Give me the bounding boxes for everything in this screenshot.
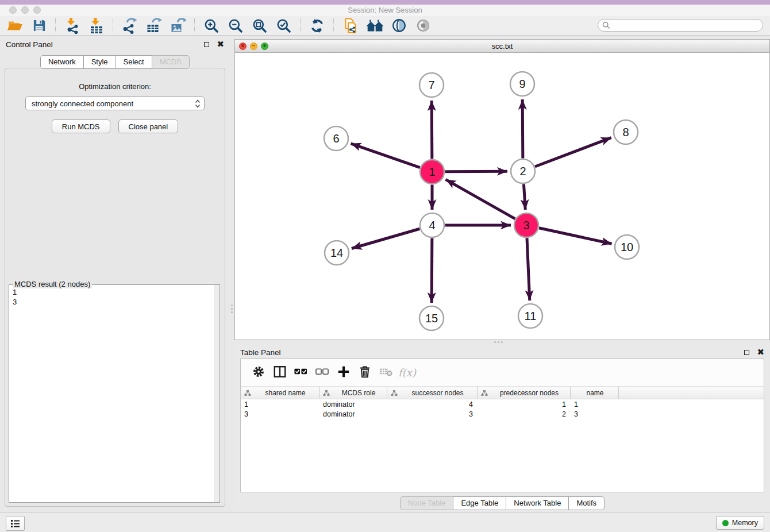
table-tab-edge-table[interactable]: Edge Table — [453, 496, 506, 510]
graph-edge-2-9[interactable] — [522, 99, 523, 159]
result-scrollbar[interactable] — [214, 285, 220, 502]
network-canvas[interactable]: 7968124314101511 — [235, 53, 769, 340]
deselect-all-rows-button[interactable] — [311, 364, 333, 381]
zoom-out-button[interactable] — [225, 17, 246, 34]
table-cell[interactable]: 2 — [478, 410, 571, 418]
graph-edge-3-11[interactable] — [527, 238, 530, 300]
home-button[interactable] — [364, 17, 385, 34]
tab-network[interactable]: Network — [40, 55, 84, 69]
delete-column-button[interactable] — [354, 364, 375, 381]
float-table-panel-icon[interactable] — [744, 350, 749, 355]
graph-node-1[interactable]: 1 — [420, 160, 444, 184]
graph-node-3[interactable]: 3 — [514, 213, 538, 237]
tab-style[interactable]: Style — [83, 55, 116, 69]
task-history-button[interactable] — [6, 516, 25, 531]
mcds-result-content[interactable]: 13 — [9, 286, 214, 502]
graph-node-6[interactable]: 6 — [324, 126, 348, 151]
table-cell[interactable]: dominator — [319, 400, 387, 408]
toggle-columns-button[interactable] — [269, 364, 290, 381]
table-tab-network-table[interactable]: Network Table — [506, 496, 569, 510]
control-panel: Control Panel ✖ NetworkStyleSelectMCDS O… — [0, 36, 230, 512]
vizmapper-button[interactable] — [388, 17, 409, 34]
graph-node-4[interactable]: 4 — [420, 213, 444, 237]
table-cell[interactable]: dominator — [319, 410, 387, 418]
table-cell[interactable]: 1 — [571, 400, 619, 408]
table-cell[interactable]: 4 — [387, 400, 478, 408]
svg-text:3: 3 — [523, 219, 529, 232]
open-session-button[interactable] — [5, 17, 25, 34]
column-header-predecessor-nodes[interactable]: predecessor nodes — [478, 387, 571, 399]
memory-button[interactable]: Memory — [716, 516, 764, 530]
graph-node-8[interactable]: 8 — [614, 120, 638, 144]
table-tab-node-table[interactable]: Node Table — [400, 496, 454, 510]
save-session-button[interactable] — [29, 17, 49, 34]
table-cell[interactable]: 1 — [241, 400, 319, 408]
float-panel-icon[interactable] — [204, 42, 209, 47]
run-mcds-button[interactable]: Run MCDS — [52, 119, 110, 133]
table-cell[interactable]: 1 — [478, 400, 571, 408]
graph-edge-3-10[interactable] — [539, 228, 612, 244]
column-header-name[interactable]: name — [571, 387, 619, 399]
clone-network-button[interactable] — [340, 17, 361, 34]
search-input[interactable] — [610, 20, 763, 30]
table-cell[interactable]: 3 — [571, 410, 619, 418]
graph-edge-3-1[interactable] — [445, 179, 515, 219]
column-header-shared-name[interactable]: shared name — [241, 387, 319, 399]
add-column-button[interactable] — [333, 364, 354, 381]
column-header-successor-nodes[interactable]: successor nodes — [387, 387, 478, 399]
close-table-panel-icon[interactable]: ✖ — [757, 349, 764, 355]
graph-node-7[interactable]: 7 — [419, 73, 444, 97]
table-cell[interactable]: 3 — [241, 410, 319, 418]
zoom-fit-button[interactable] — [249, 17, 270, 34]
vertical-splitter[interactable] — [230, 36, 234, 512]
graph-edge-2-8[interactable] — [535, 138, 611, 167]
graph-node-10[interactable]: 10 — [615, 235, 639, 259]
table-row[interactable]: 1dominator411 — [241, 399, 764, 409]
table-row[interactable]: 3dominator323 — [241, 409, 764, 419]
tab-mcds[interactable]: MCDS — [152, 55, 190, 69]
zoom-selected-button[interactable] — [274, 17, 294, 34]
graph-node-11[interactable]: 11 — [518, 304, 542, 328]
graph-node-14[interactable]: 14 — [325, 241, 349, 265]
graph-edge-4-14[interactable] — [352, 229, 419, 248]
dropdown-stepper-icon — [195, 99, 201, 108]
export-network-button[interactable] — [120, 17, 140, 34]
graph-edge-1-7[interactable] — [432, 101, 432, 159]
svg-text:9: 9 — [519, 78, 525, 90]
graph-node-2[interactable]: 2 — [511, 159, 535, 183]
column-header-mcds-role[interactable]: MCDS role — [319, 387, 387, 399]
graph-node-15[interactable]: 15 — [419, 306, 444, 330]
graph-edge-2-3[interactable] — [523, 184, 525, 210]
import-network-button[interactable] — [62, 17, 83, 34]
close-panel-icon[interactable]: ✖ — [217, 41, 224, 47]
home-icon — [366, 19, 384, 33]
graph-node-9[interactable]: 9 — [510, 72, 534, 96]
network-window-titlebar[interactable]: ×−+ scc.txt — [235, 40, 769, 53]
zoom-in-button[interactable] — [201, 17, 222, 34]
close-panel-button[interactable]: Close panel — [118, 119, 179, 133]
column-type-icon — [481, 390, 488, 396]
graph-edge-4-15[interactable] — [432, 238, 432, 303]
table-cell[interactable]: 3 — [387, 410, 478, 418]
criterion-dropdown[interactable]: strongly connected component — [25, 97, 205, 110]
graph-edge-1-2[interactable] — [445, 171, 507, 172]
refresh-icon — [310, 18, 325, 33]
refresh-button[interactable] — [307, 17, 328, 34]
svg-text:14: 14 — [330, 246, 343, 259]
search-box[interactable] — [598, 19, 763, 32]
app-titlebar: Session: New Session — [0, 5, 770, 16]
save-session-icon — [32, 18, 47, 33]
tab-select[interactable]: Select — [116, 55, 152, 69]
column-header-label: shared name — [254, 389, 317, 397]
graph-edge-1-6[interactable] — [351, 144, 420, 168]
search-icon — [602, 21, 610, 29]
select-all-rows-button[interactable] — [290, 364, 311, 381]
svg-text:10: 10 — [621, 241, 633, 253]
table-tab-motifs[interactable]: Motifs — [568, 496, 605, 510]
export-image-button[interactable] — [168, 17, 188, 34]
column-type-icon — [244, 390, 251, 396]
import-table-button[interactable] — [86, 17, 107, 34]
mcds-result-box: MCDS result (2 nodes) 13 — [9, 284, 220, 503]
export-table-button[interactable] — [144, 17, 164, 34]
table-settings-button[interactable] — [248, 364, 269, 381]
